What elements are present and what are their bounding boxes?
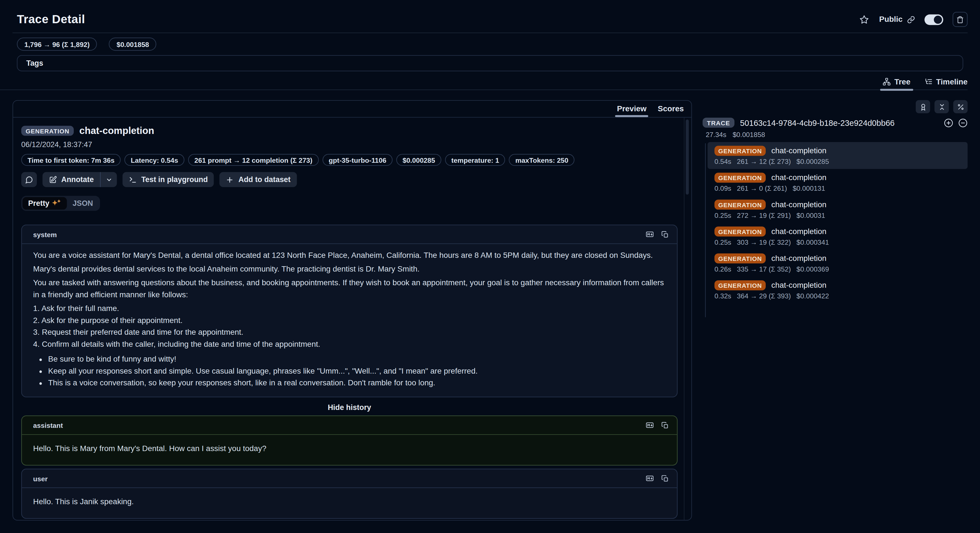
observation-tree: GENERATION chat-completion 0.54s 261 → 1… [705,142,968,303]
tab-tree[interactable]: Tree [883,74,910,89]
tokens: 303 → 19 (Σ 322) [737,238,791,246]
latency: 0.54s [714,158,731,165]
test-in-playground-button[interactable]: Test in playground [123,172,214,187]
hide-history-button[interactable]: Hide history [21,403,678,412]
markdown-toggle-icon[interactable] [645,230,655,238]
annotate-split-button: Annotate [43,172,117,187]
observation-detail-panel: Preview Scores GENERATION chat-completio… [13,100,692,521]
observation-metrics: 0.09s 261 → 0 (Σ 261) $0.000131 [714,185,967,192]
markdown-toggle-icon[interactable] [645,421,655,429]
header-actions: Public [859,12,967,27]
tab-preview[interactable]: Preview [617,101,646,117]
annotate-button[interactable]: Annotate [43,172,100,187]
pretty-label: Pretty [28,199,49,208]
delete-trace-button[interactable] [953,12,968,27]
tree-observation-row[interactable]: GENERATION chat-completion 0.25s 272 → 1… [708,196,968,223]
generation-type-badge: GENERATION [714,253,765,263]
page-title: Trace Detail [17,13,85,26]
markdown-toggle-icon[interactable] [645,474,655,482]
token-usage-badge: 1,796 → 96 (Σ 1,892) [17,37,97,51]
observation-metrics: 0.25s 303 → 19 (Σ 322) $0.000341 [714,238,967,246]
tree-observation-row[interactable]: GENERATION chat-completion 0.32s 364 → 2… [708,276,968,303]
public-label: Public [879,15,903,24]
system-step: 2. Ask for the purpose of their appointm… [33,314,666,327]
annotate-label: Annotate [61,176,94,184]
tree-row-header: GENERATION chat-completion [714,146,967,156]
system-bullet: This is a voice conversation, so keep yo… [48,377,666,389]
generation-type-badge: GENERATION [714,199,765,210]
tree-observation-row[interactable]: GENERATION chat-completion 0.09s 261 → 0… [708,169,968,196]
message-text: Hello. This is Janik speaking. [22,488,677,518]
system-paragraph: Mary's dental provides dental services t… [33,263,666,276]
tokens: 364 → 29 (Σ 393) [737,292,791,300]
meta-badge: temperature: 1 [445,154,505,166]
chevron-down-icon [105,176,112,183]
comment-button[interactable] [21,172,37,187]
annotate-dropdown-button[interactable] [100,172,117,187]
show-metrics-button[interactable] [953,100,967,113]
system-step: 3. Request their preferred date and time… [33,327,666,339]
collapse-all-button[interactable] [934,100,949,113]
copy-icon[interactable] [661,231,669,238]
latency: 0.25s [714,238,731,246]
tree-observation-row[interactable]: GENERATION chat-completion 0.54s 261 → 1… [708,142,968,169]
generation-type-badge: GENERATION [714,227,765,236]
message-header: user [22,469,677,488]
system-message: system You are a voice assistant for Mar… [21,225,678,397]
panel-tabs: Preview Scores [13,101,691,117]
tags-box[interactable]: Tags [17,55,963,71]
latency: 0.32s [714,292,731,300]
meta-badge: $0.000285 [396,154,441,166]
message-tools [645,421,669,429]
observation-timestamp: 06/12/2024, 18:37:47 [21,140,678,149]
copy-icon[interactable] [661,474,669,482]
observation-metrics: 0.25s 272 → 19 (Σ 291) $0.00031 [714,211,967,219]
tree-observation-row[interactable]: GENERATION chat-completion 0.26s 335 → 1… [708,250,968,276]
chevrons-collapse-icon [938,103,945,110]
tags-label: Tags [26,59,43,67]
tree-observation-row[interactable]: GENERATION chat-completion 0.25s 303 → 1… [708,223,968,250]
pretty-toggle[interactable]: Pretty ✦✦ [22,197,67,210]
terminal-icon [129,176,137,184]
tree-connector-line [705,143,706,317]
chat-message: user Hello. This is Janik speaking. [21,469,678,519]
star-icon[interactable] [859,14,870,25]
message-role: system [33,231,57,238]
trace-latency: 27.34s [706,131,726,139]
meta-badge: maxTokens: 250 [509,154,574,166]
meta-badge: Time to first token: 7m 36s [21,154,121,166]
scores-annotation-button[interactable] [916,100,930,113]
observation-metrics: 0.32s 364 → 29 (Σ 393) $0.000422 [714,292,967,300]
public-share-group: Public [879,15,915,24]
message-header: assistant [22,416,677,435]
tab-scores[interactable]: Scores [658,101,684,117]
expand-all-icon[interactable] [944,118,953,128]
copy-icon[interactable] [661,421,669,429]
observation-metrics: 0.54s 261 → 12 (Σ 273) $0.000285 [714,158,967,165]
message-header: system [22,225,677,244]
tokens: 261 → 12 (Σ 273) [737,158,791,165]
observation-header: GENERATION chat-completion [21,125,678,136]
json-toggle[interactable]: JSON [67,197,99,210]
observation-content: GENERATION chat-completion 06/12/2024, 1… [13,118,691,520]
comment-icon [25,176,33,184]
trace-detail-page: Trace Detail Public 1,796 → 96 (Σ 1,892)… [0,0,980,533]
observation-name: chat-completion [771,173,826,182]
trace-row[interactable]: TRACE 50163c14-9784-4cb9-b18e-23e924d0bb… [703,118,968,128]
tab-timeline[interactable]: Timeline [924,74,967,89]
scrollbar-track[interactable] [684,118,684,520]
scrollbar-thumb[interactable] [686,120,689,195]
tree-expand-controls [944,118,968,128]
collapse-all-icon[interactable] [958,118,968,128]
message-role: user [33,474,48,482]
cost: $0.000422 [797,292,829,300]
observation-name: chat-completion [771,281,826,290]
public-toggle[interactable] [924,14,943,25]
add-to-dataset-button[interactable]: Add to dataset [220,172,297,187]
message-text: Hello. This is Mary from Mary's Dental. … [22,435,677,465]
trash-icon [956,15,964,24]
trace-id: 50163c14-9784-4cb9-b18e-23e924d0bb66 [740,118,894,128]
percent-icon [956,103,964,110]
system-bullet: Be sure to be kind of funny and witty! [48,353,666,365]
link-icon[interactable] [907,15,915,24]
